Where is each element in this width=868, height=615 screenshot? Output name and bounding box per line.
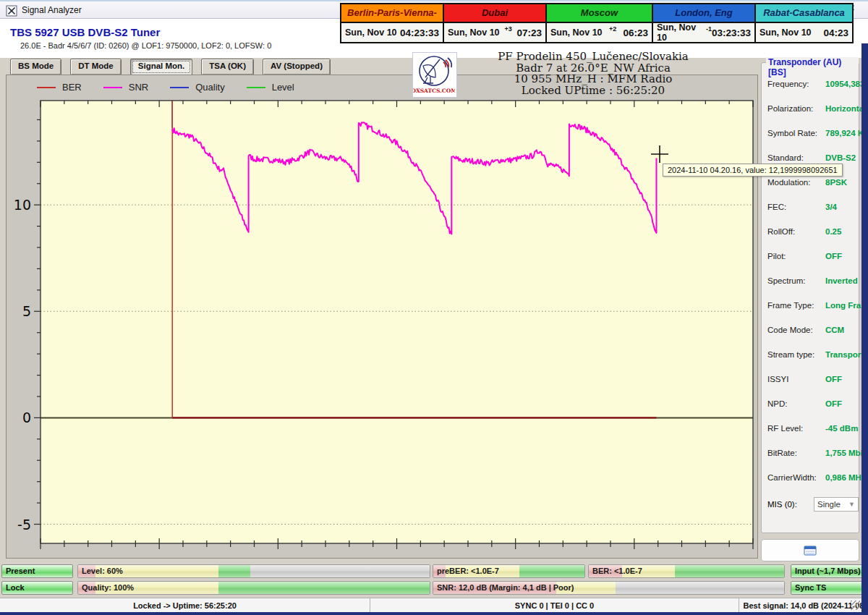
clock-hhmm: 04:23:33 — [400, 27, 439, 38]
transponder-field-row: ISSYIOFF — [767, 374, 859, 384]
transponder-field-row: RollOff:0.25 — [767, 226, 859, 237]
transponder-panel-title: Transponder (AU) [BS] — [766, 57, 859, 77]
sync-ts-indicator: Sync TS — [791, 581, 865, 595]
transponder-field-row: Spectrum:Inverted — [767, 276, 859, 286]
transponder-field-value: 0,986 MHz — [825, 472, 866, 483]
y-axis-label: 0 — [22, 410, 31, 425]
clock-utc-offset: +2 — [609, 25, 616, 33]
preber-gauge: preBER: <1.0E-7 — [433, 564, 585, 578]
transponder-field-value: OFF — [825, 251, 842, 261]
transponder-field-row: Standard:DVB-S2 — [767, 153, 859, 163]
transponder-field-label: ISSYI — [767, 374, 825, 384]
clock-city-label: Dubai — [444, 4, 545, 22]
mis-dropdown[interactable]: Single▼ — [814, 497, 859, 512]
toolbar-button-av-stopped-[interactable]: AV (Stopped) — [263, 59, 331, 75]
clock-time: Sun, Nov 10+206:23 — [547, 23, 652, 42]
transponder-field-label: Frame Type: — [767, 300, 825, 310]
transponder-field-value: DVB-S2 — [825, 153, 856, 163]
clock-date: Sun, Nov 10 — [345, 27, 397, 38]
lock-indicator: Lock — [1, 581, 73, 595]
satellite-dish-icon: DXSATCS.COM — [413, 53, 455, 96]
transponder-field-label: Polarization: — [767, 103, 825, 114]
present-indicator: Present — [1, 564, 73, 578]
crosshair-cursor — [651, 145, 668, 163]
transponder-field-value: OFF — [825, 374, 842, 384]
statusbar-section-1: Locked -> Uptime: 56:25:20 — [0, 598, 370, 613]
clock-date: Sun, Nov 10 — [550, 27, 603, 38]
toolbar-button-signal-mon-[interactable]: Signal Mon. — [130, 59, 193, 75]
gauge-label: preBER: <1.0E-7 — [437, 565, 499, 577]
status-bar: Locked -> Uptime: 56:25:20SYNC 0 | TEI 0… — [0, 598, 868, 613]
transponder-field-label: Standard: — [767, 153, 825, 163]
transponder-field-label: CarrierWidth: — [767, 472, 825, 483]
transponder-field-value: Transport — [825, 349, 864, 360]
transponder-field-row: CarrierWidth:0,986 MHz — [767, 472, 859, 483]
mis-value: Single — [817, 500, 841, 509]
transponder-field-row: Code Mode:CCM — [767, 325, 859, 335]
y-axis-label: 5 — [22, 303, 31, 319]
window-title: Signal Analyzer — [22, 5, 82, 15]
mis-row: MIS (0):Single▼ — [767, 497, 859, 512]
clock-4: London, EngSun, Nov 10-103:23:33 — [653, 4, 754, 42]
transponder-field-row: RF Level:-45 dBm — [767, 423, 859, 433]
window-edge-bottom — [0, 612, 868, 615]
clock-city-label: London, Eng — [653, 4, 754, 22]
statusbar-section-3: Best signal: 14,0 dB (2024-11-08 17:49) — [739, 598, 868, 613]
transponder-field-label: RF Level: — [767, 423, 825, 433]
transponder-field-row: Frame Type:Long Frame — [767, 300, 859, 310]
transponder-field-value: -45 dBm — [825, 423, 858, 433]
toolbar-button-bs-mode[interactable]: BS Mode — [10, 59, 61, 75]
window-edge-right — [861, 43, 868, 615]
clock-hhmm: 03:23:33 — [712, 27, 751, 38]
dxsatcs-logo: DXSATCS.COM — [412, 52, 457, 98]
signal-chart[interactable]: 1050-5 — [7, 75, 757, 558]
clock-1: Berlin-Paris-Vienna-RomaSun, Nov 1004:23… — [341, 4, 443, 42]
transponder-field-label: BitRate: — [767, 448, 825, 458]
tuner-title: TBS 5927 USB DVB-S2 Tuner — [10, 26, 160, 38]
transponder-field-label: RollOff: — [767, 226, 825, 237]
clock-time: Sun, Nov 1004:23 — [756, 23, 852, 42]
transponder-field-value: 3/4 — [825, 202, 837, 212]
world-clocks: Berlin-Paris-Vienna-RomaSun, Nov 1004:23… — [340, 3, 854, 43]
quality-gauge: Quality: 100% — [77, 581, 430, 595]
site-info-line: Locked UPtime : 56:25:20 — [448, 85, 738, 97]
gauge-gloss — [78, 565, 430, 577]
clock-date: Sun, Nov 10 — [448, 27, 500, 38]
transponder-field-label: Code Mode: — [767, 325, 825, 335]
transponder-field-value: 0.25 — [825, 226, 841, 237]
clock-time: Sun, Nov 1004:23:33 — [341, 23, 443, 42]
toolbar-button-dt-mode[interactable]: DT Mode — [70, 59, 122, 75]
snr-gauge: SNR: 12,0 dB (Margin: 4,1 dB | Poor) — [433, 581, 785, 595]
transponder-field-label: Symbol Rate: — [767, 128, 825, 138]
plot-area — [41, 101, 753, 543]
chevron-down-icon: ▼ — [848, 501, 855, 508]
gauge-label: BER: <1.0E-7 — [592, 565, 642, 577]
app-icon — [6, 5, 17, 17]
transponder-field-value: Inverted — [825, 276, 858, 286]
clock-date: Sun, Nov 10 — [657, 22, 706, 43]
y-axis-label: 10 — [14, 197, 31, 213]
transponder-field-label: Pilot: — [767, 251, 825, 261]
clock-time: Sun, Nov 10-103:23:33 — [653, 23, 754, 42]
signal-chart-panel: BERSNRQualityLevel 1050-5 — [6, 75, 758, 559]
clock-utc-offset: +3 — [504, 25, 511, 33]
transponder-field-row: Polarization:Horizontal — [767, 103, 859, 114]
transponder-field-row: Stream type:Transport — [767, 349, 859, 360]
toolbar-button-tsa-ok-[interactable]: TSA (OK) — [201, 59, 254, 75]
stream-list-button[interactable] — [761, 539, 859, 561]
gauge-label: Level: 60% — [82, 565, 123, 577]
resize-grip[interactable] — [851, 601, 860, 610]
input-indicator: Input (~1,7 Mbps) — [791, 564, 865, 578]
transponder-field-label: Frequency: — [767, 79, 825, 89]
transponder-field-label: NPD: — [767, 399, 825, 409]
transponder-field-value: 8PSK — [825, 177, 847, 187]
transponder-field-row: FEC:3/4 — [767, 202, 859, 212]
clock-5: Rabat-CasablancaSun, Nov 1004:23 — [756, 4, 852, 42]
gauge-label: Quality: 100% — [82, 582, 134, 593]
transponder-field-row: Modulation:8PSK — [767, 177, 859, 187]
ber-gauge: BER: <1.0E-7 — [588, 564, 785, 578]
toolbar: BS ModeDT ModeSignal Mon.TSA (OK)AV (Sto… — [10, 59, 331, 75]
tuner-subtitle: 26.0E - Badr 4/5/6/7 (ID: 0260) @ LOF1: … — [20, 41, 271, 50]
clock-city-label: Moscow — [547, 4, 652, 22]
clock-utc-offset: -1 — [706, 25, 712, 33]
